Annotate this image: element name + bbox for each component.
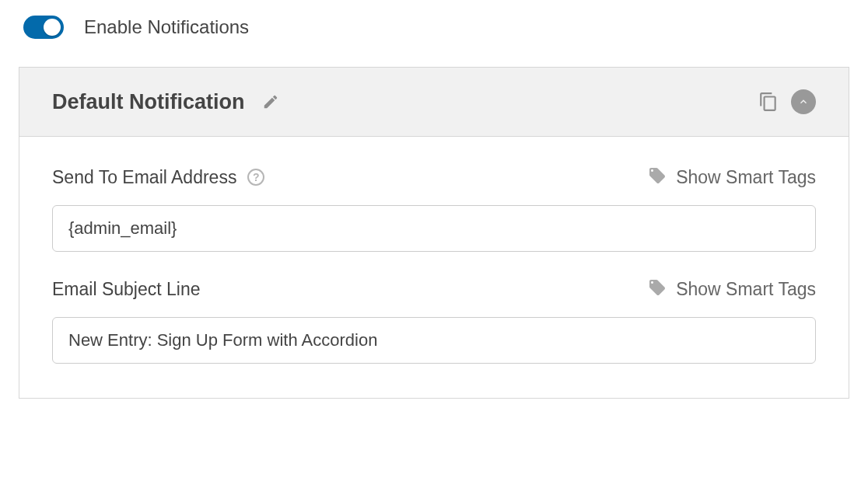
panel-actions	[757, 89, 816, 114]
subject-label-group: Email Subject Line	[52, 279, 201, 300]
panel-body: Send To Email Address ? Show Smart Tags …	[19, 137, 849, 398]
enable-notifications-row: Enable Notifications	[19, 16, 849, 39]
duplicate-icon[interactable]	[757, 90, 780, 113]
send-to-input[interactable]	[52, 205, 816, 252]
send-to-label: Send To Email Address	[52, 167, 236, 188]
collapse-icon[interactable]	[791, 89, 816, 114]
subject-label: Email Subject Line	[52, 279, 201, 300]
toggle-knob	[44, 19, 61, 36]
send-to-label-group: Send To Email Address ?	[52, 167, 264, 188]
enable-notifications-label: Enable Notifications	[84, 16, 249, 38]
panel-title-group: Default Notification	[52, 90, 282, 114]
panel-header: Default Notification	[19, 68, 849, 137]
subject-field-header: Email Subject Line Show Smart Tags	[52, 278, 816, 300]
notification-panel: Default Notification Send To Email Addre…	[19, 67, 849, 399]
send-to-field-header: Send To Email Address ? Show Smart Tags	[52, 166, 816, 188]
enable-notifications-toggle[interactable]	[23, 16, 64, 39]
help-icon[interactable]: ?	[247, 169, 264, 186]
edit-icon[interactable]	[259, 90, 282, 113]
subject-input[interactable]	[52, 317, 816, 364]
tag-icon	[648, 166, 667, 188]
subject-field-group: Email Subject Line Show Smart Tags	[52, 278, 816, 364]
subject-smart-tags-link[interactable]: Show Smart Tags	[648, 278, 816, 300]
send-to-smart-tags-label: Show Smart Tags	[676, 167, 816, 188]
tag-icon	[648, 278, 667, 300]
panel-title: Default Notification	[52, 90, 245, 114]
subject-smart-tags-label: Show Smart Tags	[676, 279, 816, 300]
send-to-smart-tags-link[interactable]: Show Smart Tags	[648, 166, 816, 188]
send-to-field-group: Send To Email Address ? Show Smart Tags	[52, 166, 816, 252]
